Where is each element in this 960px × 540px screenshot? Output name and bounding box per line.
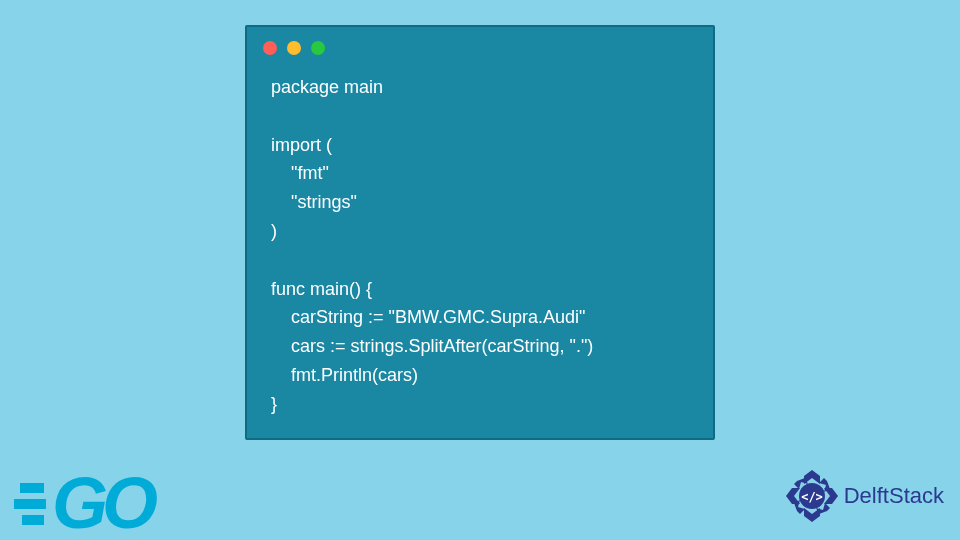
window-controls [247, 27, 713, 63]
go-logo: GO [8, 471, 152, 536]
delftstack-badge-icon: </> [786, 470, 838, 522]
go-dashes-icon [8, 483, 46, 525]
maximize-icon [311, 41, 325, 55]
delftstack-logo: </> DelftStack [786, 470, 944, 522]
close-icon [263, 41, 277, 55]
minimize-icon [287, 41, 301, 55]
code-block: package main import ( "fmt" "strings" ) … [247, 63, 713, 435]
delftstack-logo-text: DelftStack [844, 483, 944, 509]
go-logo-text: GO [52, 471, 152, 536]
svg-text:</>: </> [801, 490, 823, 504]
code-window: package main import ( "fmt" "strings" ) … [245, 25, 715, 440]
